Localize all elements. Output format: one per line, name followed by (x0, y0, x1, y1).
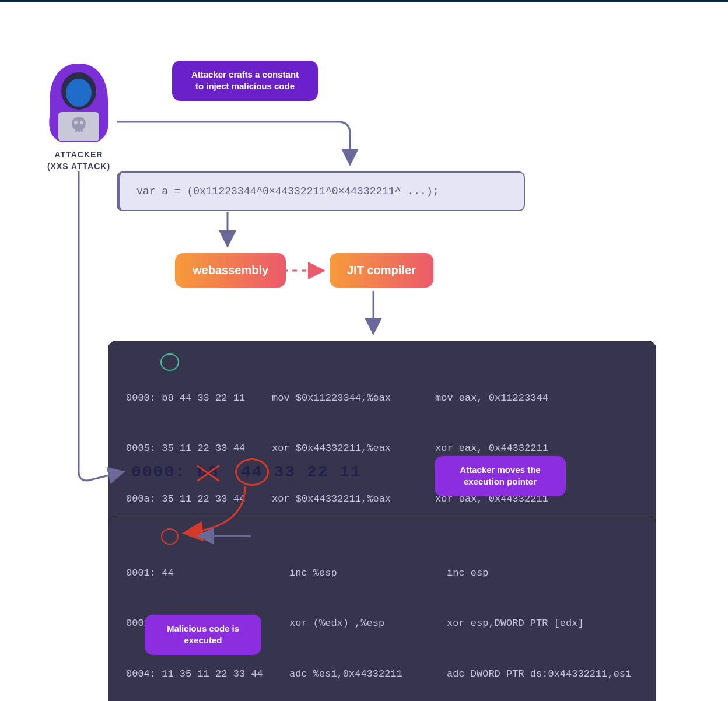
attacker-icon (41, 61, 117, 142)
bytes-prefix: 0000: (131, 463, 197, 481)
svg-point-4 (74, 121, 78, 124)
bytes-44-circled: 44 (241, 463, 263, 481)
chip-jit: JIT compiler (330, 253, 433, 288)
asm1-r2-c2: xor $0x44332211,%eax (272, 491, 435, 508)
code-snippet: var a = (0x11223344^0×44332211^0×4433221… (117, 171, 525, 211)
asm1-r0-c2: mov $0x11223344,%eax (272, 390, 435, 407)
asm2-r0-c1: 0001: 44 (126, 565, 289, 582)
asm1-r0-c3: mov eax, 0x11223344 (435, 390, 638, 407)
svg-rect-7 (78, 128, 80, 132)
asm2-r2-c3: adc DWORD PTR ds:0x44332211,esi (447, 666, 638, 683)
svg-point-5 (80, 121, 83, 124)
highlight-44-red (161, 528, 178, 545)
svg-rect-6 (75, 128, 77, 132)
chip-webassembly: webassembly (175, 253, 286, 288)
bytes-b8-struck: b8 (197, 463, 219, 481)
callout-move-ptr: Attacker moves the execution pointer (435, 456, 566, 496)
asm1-r1-c3: xor eax, 0x44332211 (435, 440, 638, 457)
asm1-r1-c1: 0005: 35 11 22 33 44 (126, 440, 272, 457)
bytes-rest: 33 22 11 (274, 463, 361, 481)
callout-executed: Malicious code is executed (145, 615, 261, 655)
attacker-figure: ATTACKER (XXS ATTACK) (41, 61, 117, 172)
asm2-r1-c3: xor esp,DWORD PTR [edx] (447, 615, 638, 632)
attacker-label-2: (XXS ATTACK) (47, 162, 110, 171)
asm2-r2-c2: adc %esi,0x44332211 (289, 666, 447, 683)
asm2-r0-c2: inc %esp (289, 565, 447, 582)
svg-rect-8 (81, 128, 83, 132)
asm-block-2: 0001: 44inc %espinc esp 0002: 33 22xor (… (108, 516, 656, 701)
svg-point-1 (66, 79, 92, 107)
highlight-b8-green (160, 353, 179, 371)
asm2-r1-c2: xor (%edx) ,%esp (289, 615, 447, 632)
asm1-r2-c1: 000a: 35 11 22 33 44 (126, 491, 272, 508)
callout-craft: Attacker crafts a constant to inject mal… (172, 61, 318, 101)
asm2-r2-c1: 0004: 11 35 11 22 33 44 (126, 666, 289, 683)
bytes-line: 0000: b8 44 33 22 11 (131, 463, 362, 481)
asm2-r0-c3: inc esp (447, 565, 638, 582)
attacker-label-1: ATTACKER (55, 150, 103, 159)
asm1-r1-c2: xor $0x44332211,%eax (272, 440, 435, 457)
asm1-r0-c1: 0000: b8 44 33 22 11 (126, 390, 272, 407)
